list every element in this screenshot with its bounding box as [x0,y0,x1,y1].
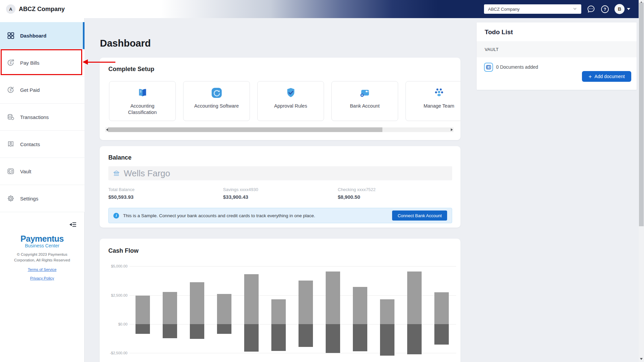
cashflow-bar-inflow [271,299,286,324]
sidebar-item-contacts[interactable]: Contacts [0,131,85,158]
setup-card-manage-team[interactable]: Manage Team [406,81,461,121]
transactions-icon [7,113,15,121]
avatar[interactable]: B [614,4,625,14]
balance-checking: Checking xxxx7522 $8,900.50 [338,187,376,200]
sidebar-item-label: Contacts [20,141,40,147]
notice-text: This is a Sample. Connect your bank acco… [123,213,315,218]
plus-icon: + [588,74,592,79]
balance-panel: Balance Wells Fargo Total Balance $50,59… [100,146,461,228]
add-document-button[interactable]: + Add document [582,71,631,82]
sidebar-item-dashboard[interactable]: Dashboard [0,22,85,49]
balance-label: Total Balance [108,187,135,192]
cashflow-bar-outflow [163,324,177,338]
chart-y-tick-label: -$2,500.00 [102,351,127,355]
sidebar-item-settings[interactable]: Settings [0,185,85,212]
vault-icon [484,63,493,72]
company-selector-value: ABCZ Company [488,7,520,12]
sidebar-item-label: Pay Bills [20,60,40,66]
approval-rules-icon [285,87,297,99]
collapse-sidebar-icon[interactable] [69,221,77,229]
caret-down-icon[interactable] [627,8,630,10]
cashflow-bar-inflow [244,274,259,324]
cashflow-bar-outflow [244,324,259,352]
sample-notice: i This is a Sample. Connect your bank ac… [108,208,452,223]
dashboard-grid-icon [7,32,15,40]
info-icon: i [113,213,119,219]
contacts-icon [7,140,15,148]
bank-name: Wells Fargo [124,168,170,179]
brand-subtitle: Business Center [0,243,84,248]
scroll-down-icon[interactable] [640,358,643,360]
company-logo-letter: A [9,7,12,12]
svg-text:$: $ [10,61,12,65]
chevron-down-icon [573,6,577,12]
complete-setup-title: Complete Setup [108,66,154,73]
balance-label: Checking xxxx7522 [338,187,376,192]
chat-icon[interactable] [586,4,596,14]
vertical-scrollbar-thumb[interactable] [639,3,644,226]
setup-card-accounting-classification[interactable]: Accounting Classification [109,81,176,121]
privacy-policy-link[interactable]: Privacy Policy [0,276,84,280]
cashflow-bar-outflow [217,324,231,334]
page-title: Dashboard [100,38,151,49]
svg-text:?: ? [604,7,606,12]
complete-setup-panel: Complete Setup Accounting Classification… [100,58,461,140]
cashflow-bar-outflow [299,324,313,347]
bank-account-icon [359,87,371,99]
documents-count-text: 0 Documents added [496,64,538,70]
vertical-scrollbar[interactable] [639,0,644,362]
setup-card-label: Accounting Classification [116,103,169,116]
horizontal-scrollbar[interactable] [105,127,453,132]
sidebar-item-vault[interactable]: Vault [0,158,85,185]
sidebar-item-pay-bills[interactable]: $ Pay Bills [0,49,85,76]
cashflow-bar-outflow [136,324,150,334]
accounting-classification-icon [137,87,149,99]
terms-of-service-link[interactable]: Terms of Service [0,267,84,272]
cashflow-chart: $5,000.00$2,500.00$0.00-$2,500.00 [100,239,461,362]
app-header: A ABCZ Company ABCZ Company ? B [0,0,644,18]
cashflow-bar-outflow [190,324,204,339]
chart-y-tick-label: $0.00 [102,322,127,326]
pay-bills-icon: $ [7,59,15,67]
cashflow-bar-outflow [326,324,340,353]
company-selector[interactable]: ABCZ Company [484,4,581,14]
connect-bank-account-button[interactable]: Connect Bank Account [392,210,447,221]
setup-card-accounting-software[interactable]: Accounting Software [183,81,250,121]
sidebar: Dashboard $ Pay Bills $ Get Paid [0,18,85,362]
manage-team-icon [433,87,445,99]
scroll-right-icon[interactable] [451,128,453,131]
cashflow-bar-inflow [136,296,150,324]
cashflow-bar-inflow [326,272,340,324]
sidebar-item-label: Settings [20,196,38,201]
sidebar-item-transactions[interactable]: Transactions [0,104,85,131]
cashflow-bar-outflow [434,324,449,345]
company-logo: A [6,4,15,14]
balance-value: $50,593.93 [108,194,135,200]
cashflow-bar-inflow [434,292,449,324]
sidebar-item-label: Transactions [20,114,49,120]
setup-card-label: Approval Rules [264,103,318,109]
sidebar-item-label: Get Paid [20,87,40,93]
sidebar-item-get-paid[interactable]: $ Get Paid [0,76,85,104]
setup-card-approval-rules[interactable]: Approval Rules [257,81,324,121]
cashflow-bar-inflow [163,292,177,324]
sidebar-item-label: Vault [20,169,31,174]
settings-icon [7,194,15,202]
horizontal-scrollbar-thumb[interactable] [108,127,382,132]
cashflow-bar-inflow [380,299,394,324]
sidebar-item-label: Dashboard [20,33,46,39]
bank-row: Wells Fargo [108,166,452,180]
setup-card-bank-account[interactable]: Bank Account [331,81,398,121]
setup-card-label: Manage Team [412,103,461,109]
chart-y-tick-label: $5,000.00 [102,264,127,268]
company-name: ABCZ Company [19,0,65,18]
cashflow-bar-outflow [353,324,367,351]
setup-card-label: Accounting Software [190,103,244,109]
copyright-text: © Copyright 2023 Paymentus Corporation, … [9,252,76,263]
add-document-label: Add document [594,74,625,79]
cashflow-bar-outflow [380,324,394,356]
bank-icon [113,170,120,177]
svg-text:$: $ [10,88,12,92]
help-icon[interactable]: ? [601,5,610,14]
balance-total: Total Balance $50,593.93 [108,187,135,200]
